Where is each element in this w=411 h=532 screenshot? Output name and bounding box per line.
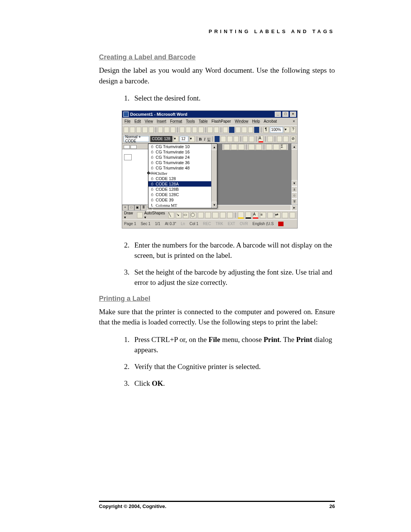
sort-asc-icon[interactable]	[266, 144, 272, 150]
rectangle-icon[interactable]: ▭	[183, 212, 189, 218]
dropdown-scrollbar[interactable]: ▴ ▾	[211, 144, 217, 208]
menu-edit[interactable]: Edit	[134, 119, 141, 123]
drawing-icon[interactable]	[254, 127, 259, 133]
select-objects-icon[interactable]	[137, 212, 143, 218]
format-painter-icon[interactable]	[198, 127, 203, 133]
autosum-icon[interactable]: Σ	[280, 144, 287, 150]
menu-acrobat[interactable]: Acrobat	[264, 119, 277, 123]
table-icon[interactable]	[224, 144, 230, 150]
document-close-x[interactable]: ×	[293, 119, 295, 123]
style-selector[interactable]: Normal + CODE	[124, 136, 149, 142]
save-icon[interactable]	[136, 127, 141, 133]
draw-menu[interactable]: Draw ▾	[124, 211, 135, 219]
line-icon[interactable]: ╲	[168, 212, 174, 218]
eraser-icon[interactable]	[131, 145, 137, 149]
merge-cells-icon[interactable]	[231, 144, 237, 150]
oval-icon[interactable]: ◯	[190, 212, 196, 218]
zoom-box[interactable]: 100%	[270, 127, 284, 133]
mail-icon[interactable]	[142, 127, 147, 133]
menu-window[interactable]: Window	[235, 119, 249, 123]
status-ext[interactable]: EXT	[228, 222, 235, 226]
align-left-icon[interactable]	[215, 136, 220, 142]
print-icon[interactable]	[158, 127, 163, 133]
font-item[interactable]: ⎙CG Triumvirate 16	[148, 149, 217, 155]
font-item[interactable]: �ékinChiller	[148, 171, 217, 176]
align-right-icon[interactable]	[227, 136, 233, 142]
redo-icon[interactable]	[214, 127, 219, 133]
arrow-icon[interactable]: ↘	[176, 212, 182, 218]
menu-flashpaper[interactable]: FlashPaper	[212, 119, 231, 123]
excel-icon[interactable]	[242, 127, 247, 133]
underline-button[interactable]: U	[207, 137, 210, 141]
status-ovr[interactable]: OVR	[240, 222, 248, 226]
scroll-down-button[interactable]: ▾	[292, 180, 297, 186]
numbered-list-icon[interactable]	[243, 136, 248, 142]
3d-icon[interactable]	[290, 212, 295, 218]
scroll-right-button[interactable]: ▸	[291, 205, 297, 211]
status-language[interactable]: English (U.S	[253, 222, 274, 226]
close-button[interactable]: ×	[290, 112, 296, 117]
arrow-style-icon[interactable]: ⇄	[275, 212, 280, 218]
font-color-icon[interactable]: A	[258, 136, 264, 142]
browse-object-button[interactable]: ○	[292, 192, 297, 198]
font-size-dropdown-icon[interactable]: ▾	[190, 136, 195, 142]
outline-view-icon[interactable]: ≣	[140, 205, 147, 211]
web-view-icon[interactable]: □	[128, 205, 134, 211]
maximize-button[interactable]: □	[282, 112, 288, 117]
diagram-icon[interactable]	[212, 212, 218, 218]
scroll-down-icon[interactable]: ▾	[212, 202, 217, 208]
align-cell-icon[interactable]	[249, 144, 255, 150]
font-item[interactable]: ⎙CG Triumvirate 36	[148, 160, 217, 165]
font-item[interactable]: ꝈColonna MT	[148, 203, 217, 208]
scroll-up-button[interactable]: ▴	[292, 144, 297, 150]
normal-view-icon[interactable]: ≡	[122, 205, 128, 211]
font-size-selector[interactable]: 12	[180, 136, 188, 142]
show-pilcrow-icon[interactable]: ¶	[263, 127, 268, 133]
status-rec[interactable]: REC	[203, 222, 211, 226]
minimize-button[interactable]: _	[275, 112, 281, 117]
bulleted-list-icon[interactable]	[249, 136, 254, 142]
font-item[interactable]: ⎙CODE 128B	[148, 187, 217, 192]
line-color-icon[interactable]	[245, 212, 251, 219]
align-center-icon[interactable]	[221, 136, 226, 142]
font-item[interactable]: ⎙CG Triumvirate 10	[148, 144, 217, 149]
font-item[interactable]: ⎙CODE 128C	[148, 192, 217, 197]
font-item[interactable]: ⎙CODE 128	[148, 176, 217, 181]
search-icon[interactable]	[149, 127, 154, 133]
line-style-icon[interactable]: ≡	[260, 212, 266, 218]
font-selector[interactable]: CODE 128	[150, 136, 172, 142]
font-dropdown-arrow-icon[interactable]: ▾	[174, 136, 179, 142]
wordart-icon[interactable]	[205, 212, 211, 218]
spelling-status-icon[interactable]	[278, 222, 284, 226]
dash-style-icon[interactable]	[268, 212, 273, 218]
menu-insert[interactable]: Insert	[157, 119, 166, 123]
pencil-icon[interactable]	[124, 145, 130, 149]
tab-type-icon[interactable]	[124, 154, 132, 160]
print-layout-view-icon[interactable]: ▣	[134, 205, 140, 211]
next-page-button[interactable]: ∓	[292, 198, 297, 204]
superscript-icon[interactable]	[268, 136, 273, 142]
picture-icon[interactable]	[227, 212, 233, 218]
copy-icon[interactable]	[186, 127, 191, 133]
expand-toolbar-icon[interactable]: ⊘	[291, 136, 296, 142]
font-item[interactable]: ⎙CODE 39	[148, 197, 217, 203]
tables-borders-icon[interactable]	[229, 127, 234, 133]
open-icon[interactable]	[130, 127, 135, 133]
menu-file[interactable]: File	[124, 119, 131, 123]
distribute-rows-icon[interactable]	[256, 144, 262, 150]
prev-page-button[interactable]: ±	[292, 186, 297, 192]
font-dropdown-list[interactable]: ⎙CG Triumvirate 10 ⎙CG Triumvirate 16 ⎙C…	[148, 144, 217, 208]
new-doc-icon[interactable]	[124, 127, 129, 133]
font-item[interactable]: ⎙CG Triumvirate 48	[148, 165, 217, 171]
font-color-draw-icon[interactable]: A	[253, 212, 258, 219]
menu-tools[interactable]: Tools	[186, 119, 195, 123]
font-item[interactable]: ⎙CG Triumvirate 24	[148, 155, 217, 160]
spellcheck-icon[interactable]	[170, 127, 175, 133]
font-item-selected[interactable]: ⎙CODE 128A	[148, 181, 217, 187]
cut-icon[interactable]	[180, 127, 185, 133]
italic-button[interactable]: I	[203, 137, 206, 141]
undo-icon[interactable]	[207, 127, 212, 133]
menu-format[interactable]: Format	[170, 119, 182, 123]
textbox-icon[interactable]	[198, 212, 204, 218]
vertical-scrollbar[interactable]: ▴ ▾ ± ○ ∓	[291, 144, 297, 204]
